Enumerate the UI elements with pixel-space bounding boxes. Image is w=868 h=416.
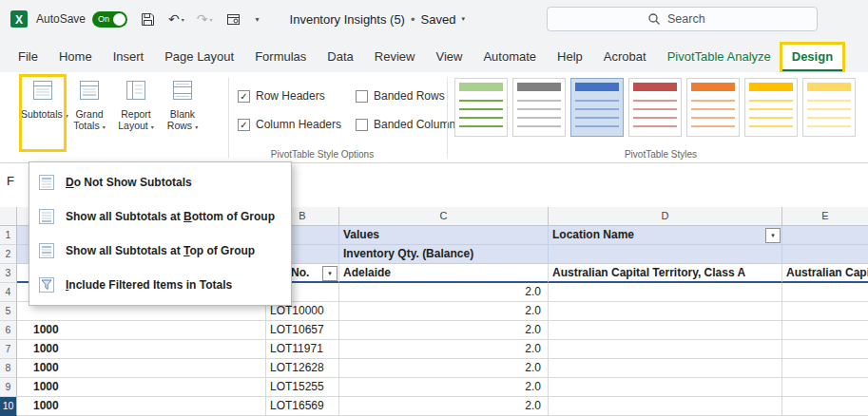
cell-c9[interactable]: 2.0 — [339, 378, 549, 397]
autosave-toggle[interactable]: On — [92, 11, 127, 28]
pivot-style-thumbnail[interactable] — [686, 78, 740, 137]
cell-a9[interactable]: 1000 — [17, 378, 266, 397]
tab-pivottable-analyze[interactable]: PivotTable Analyze — [657, 44, 781, 72]
pivot-style-thumbnail[interactable] — [512, 78, 566, 137]
column-header-e[interactable]: E — [782, 207, 868, 226]
tab-insert[interactable]: Insert — [103, 44, 155, 72]
window-icon[interactable] — [225, 11, 241, 28]
cell-a7[interactable]: 1000 — [17, 340, 266, 359]
row-header-2[interactable]: 2 — [0, 245, 17, 264]
checkbox-icon — [238, 90, 250, 103]
location-name-filter-button[interactable]: ▾ — [765, 228, 781, 243]
tab-home[interactable]: Home — [48, 44, 103, 72]
search-input[interactable] — [667, 12, 717, 26]
pivot-style-thumbnail[interactable] — [454, 78, 508, 137]
cell-d8[interactable] — [549, 359, 782, 378]
cell-c8[interactable]: 2.0 — [339, 359, 549, 378]
tab-help[interactable]: Help — [547, 44, 593, 72]
column-header-c[interactable]: C — [339, 207, 549, 226]
blank-rows-button[interactable]: Blank Rows▾ — [161, 76, 204, 150]
cell-c5[interactable]: 2.0 — [339, 302, 549, 321]
cell-e6[interactable] — [782, 321, 868, 340]
row-header-9[interactable]: 9 — [0, 378, 17, 397]
redo-icon[interactable]: ↷▾ — [197, 11, 213, 27]
search-box[interactable] — [547, 7, 818, 31]
tab-formulas[interactable]: Formulas — [244, 44, 317, 72]
tab-file[interactable]: File — [8, 44, 48, 72]
row-header-10[interactable]: 10 — [0, 397, 17, 416]
pivot-style-thumbnail[interactable] — [744, 78, 798, 137]
cell-d9[interactable] — [549, 378, 782, 397]
chevron-down-icon: ▾ — [103, 124, 106, 130]
pivot-style-thumbnail[interactable] — [570, 78, 624, 137]
pivot-style-thumbnail[interactable] — [802, 78, 856, 137]
row-header-6[interactable]: 6 — [0, 321, 17, 340]
checkbox-column-headers[interactable]: Column Headers — [238, 110, 348, 139]
save-icon[interactable] — [140, 11, 156, 28]
cell-d10[interactable] — [549, 397, 782, 416]
menu-item-include-filtered-items[interactable]: Include Filtered Items in Totals — [29, 268, 291, 302]
cell-c10[interactable]: 2.0 — [339, 397, 549, 416]
report-layout-button[interactable]: Report Layout▾ — [114, 76, 158, 150]
qat-customize-chevron-icon[interactable]: ▾ — [254, 15, 260, 24]
pivot-style-thumbnail[interactable] — [628, 78, 682, 137]
tab-data[interactable]: Data — [317, 44, 363, 72]
cell-e8[interactable] — [782, 359, 868, 378]
row-header-7[interactable]: 7 — [0, 340, 17, 359]
cell-c7[interactable]: 2.0 — [339, 340, 549, 359]
checkbox-row-headers[interactable]: Row Headers — [238, 82, 348, 110]
cell-d2[interactable] — [549, 245, 782, 264]
select-all-corner[interactable] — [0, 207, 17, 226]
cell-b9[interactable]: LOT15255 — [266, 378, 339, 397]
menu-item-subtotals-top[interactable]: Show all Subtotals at Top of Group — [29, 234, 291, 268]
menu-item-do-not-show-subtotals[interactable]: Do Not Show Subtotals — [29, 165, 291, 199]
cell-e10[interactable] — [782, 397, 868, 416]
cell-c6[interactable]: 2.0 — [339, 321, 549, 340]
row-header-5[interactable]: 5 — [0, 302, 17, 321]
cell-e4[interactable] — [782, 283, 868, 302]
cell-b10[interactable]: LOT16569 — [266, 397, 339, 416]
tab-page-layout[interactable]: Page Layout — [154, 44, 244, 72]
cell-d6[interactable] — [549, 321, 782, 340]
cell-d5[interactable] — [549, 302, 782, 321]
tab-view[interactable]: View — [425, 44, 473, 72]
tab-review[interactable]: Review — [364, 44, 426, 72]
cell-d3[interactable]: Australian Capital Territory, Class A — [549, 264, 782, 283]
cell-e7[interactable] — [782, 340, 868, 359]
row-header-3[interactable]: 3 — [0, 264, 17, 283]
cell-e3[interactable]: Australian Capit — [782, 264, 868, 283]
cell-a10[interactable]: 1000 — [17, 397, 266, 416]
name-box[interactable]: F — [7, 174, 14, 188]
cell-e9[interactable] — [782, 378, 868, 397]
cell-c2[interactable]: Inventory Qty. (Balance) — [339, 245, 549, 264]
tab-automate[interactable]: Automate — [473, 44, 547, 72]
cell-d4[interactable] — [549, 283, 782, 302]
undo-icon[interactable]: ↶▾ — [168, 11, 184, 27]
lot-no-filter-button[interactable]: ▾ — [322, 266, 338, 281]
cell-c4[interactable]: 2.0 — [339, 283, 549, 302]
cell-c1[interactable]: Values — [339, 226, 549, 245]
row-header-1[interactable]: 1 — [0, 226, 17, 245]
checkbox-banded-rows[interactable]: Banded Rows — [356, 82, 461, 110]
document-title[interactable]: Inventory Insights (5) • Saved ▾ — [290, 12, 465, 27]
cell-b8[interactable]: LOT12628 — [266, 359, 339, 378]
row-header-8[interactable]: 8 — [0, 359, 17, 378]
cell-a6[interactable]: 1000 — [17, 321, 266, 340]
cell-a8[interactable]: 1000 — [17, 359, 266, 378]
cell-c3[interactable]: Adelaide — [339, 264, 549, 283]
subtotals-button[interactable]: Subtotals▾ — [21, 76, 65, 150]
cell-b7[interactable]: LOT11971 — [266, 340, 339, 359]
grand-totals-button[interactable]: Grand Totals▾ — [68, 76, 111, 150]
tab-design[interactable]: Design — [781, 44, 843, 72]
checkbox-banded-columns[interactable]: Banded Columns — [356, 110, 461, 139]
cell-d7[interactable] — [549, 340, 782, 359]
cell-e1[interactable] — [782, 226, 868, 245]
cell-b6[interactable]: LOT10657 — [266, 321, 339, 340]
menu-item-subtotals-bottom[interactable]: Show all Subtotals at Bottom of Group — [29, 199, 291, 234]
cell-e2[interactable] — [782, 245, 868, 264]
column-header-d[interactable]: D — [549, 207, 782, 226]
row-header-4[interactable]: 4 — [0, 283, 17, 302]
cell-e5[interactable] — [782, 302, 868, 321]
cell-d1[interactable]: Location Name — [549, 226, 782, 245]
tab-acrobat[interactable]: Acrobat — [593, 44, 657, 72]
